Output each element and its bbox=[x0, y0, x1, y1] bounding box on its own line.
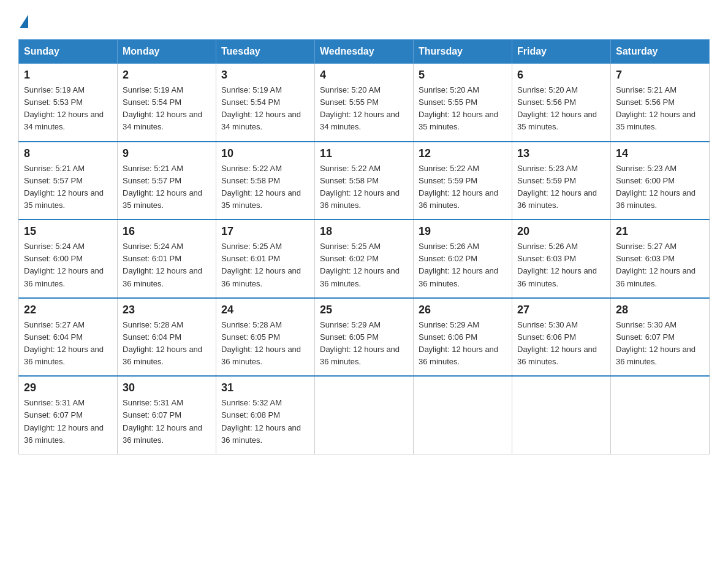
day-number: 18 bbox=[320, 225, 408, 238]
calendar-day-cell: 30 Sunrise: 5:31 AM Sunset: 6:07 PM Dayl… bbox=[118, 376, 216, 454]
day-number: 14 bbox=[616, 147, 704, 160]
day-number: 29 bbox=[24, 381, 112, 394]
day-info: Sunrise: 5:19 AM Sunset: 5:54 PM Dayligh… bbox=[123, 84, 211, 134]
day-number: 30 bbox=[123, 381, 211, 394]
day-number: 21 bbox=[616, 225, 704, 238]
calendar-day-cell: 17 Sunrise: 5:25 AM Sunset: 6:01 PM Dayl… bbox=[216, 220, 315, 298]
day-info: Sunrise: 5:23 AM Sunset: 6:00 PM Dayligh… bbox=[616, 163, 704, 212]
calendar-day-cell: 4 Sunrise: 5:20 AM Sunset: 5:55 PM Dayli… bbox=[315, 64, 414, 142]
calendar-day-cell: 28 Sunrise: 5:30 AM Sunset: 6:07 PM Dayl… bbox=[611, 298, 710, 377]
page-header bbox=[18, 12, 710, 28]
day-number: 13 bbox=[517, 147, 605, 160]
day-info: Sunrise: 5:30 AM Sunset: 6:06 PM Dayligh… bbox=[517, 319, 605, 369]
day-info: Sunrise: 5:27 AM Sunset: 6:03 PM Dayligh… bbox=[616, 240, 704, 290]
day-number: 27 bbox=[517, 304, 605, 316]
calendar-day-cell: 25 Sunrise: 5:29 AM Sunset: 6:05 PM Dayl… bbox=[315, 298, 414, 377]
day-info: Sunrise: 5:21 AM Sunset: 5:57 PM Dayligh… bbox=[123, 163, 211, 212]
column-header-saturday: Saturday bbox=[611, 40, 710, 64]
day-number: 8 bbox=[24, 147, 112, 160]
day-info: Sunrise: 5:27 AM Sunset: 6:04 PM Dayligh… bbox=[24, 319, 112, 369]
calendar-day-cell: 27 Sunrise: 5:30 AM Sunset: 6:06 PM Dayl… bbox=[512, 298, 611, 377]
calendar-day-cell bbox=[611, 376, 710, 454]
day-info: Sunrise: 5:24 AM Sunset: 6:01 PM Dayligh… bbox=[123, 240, 211, 290]
day-number: 9 bbox=[123, 147, 211, 160]
calendar-day-cell: 7 Sunrise: 5:21 AM Sunset: 5:56 PM Dayli… bbox=[611, 64, 710, 142]
day-info: Sunrise: 5:21 AM Sunset: 5:56 PM Dayligh… bbox=[616, 84, 704, 134]
calendar-day-cell bbox=[414, 376, 512, 454]
day-number: 16 bbox=[123, 225, 211, 238]
day-number: 23 bbox=[123, 304, 211, 316]
calendar-day-cell: 14 Sunrise: 5:23 AM Sunset: 6:00 PM Dayl… bbox=[611, 142, 710, 220]
calendar-table: SundayMondayTuesdayWednesdayThursdayFrid… bbox=[18, 39, 710, 454]
calendar-day-cell: 5 Sunrise: 5:20 AM Sunset: 5:55 PM Dayli… bbox=[414, 64, 512, 142]
day-info: Sunrise: 5:31 AM Sunset: 6:07 PM Dayligh… bbox=[24, 397, 112, 446]
day-number: 24 bbox=[221, 304, 309, 316]
calendar-day-cell: 19 Sunrise: 5:26 AM Sunset: 6:02 PM Dayl… bbox=[414, 220, 512, 298]
calendar-day-cell: 31 Sunrise: 5:32 AM Sunset: 6:08 PM Dayl… bbox=[216, 376, 315, 454]
day-number: 12 bbox=[419, 147, 507, 160]
day-number: 22 bbox=[24, 304, 112, 316]
calendar-day-cell: 26 Sunrise: 5:29 AM Sunset: 6:06 PM Dayl… bbox=[414, 298, 512, 377]
column-header-wednesday: Wednesday bbox=[315, 40, 414, 64]
calendar-day-cell: 21 Sunrise: 5:27 AM Sunset: 6:03 PM Dayl… bbox=[611, 220, 710, 298]
calendar-week-row: 22 Sunrise: 5:27 AM Sunset: 6:04 PM Dayl… bbox=[19, 298, 710, 377]
calendar-header-row: SundayMondayTuesdayWednesdayThursdayFrid… bbox=[19, 40, 710, 64]
calendar-day-cell bbox=[315, 376, 414, 454]
day-number: 20 bbox=[517, 225, 605, 238]
calendar-day-cell: 6 Sunrise: 5:20 AM Sunset: 5:56 PM Dayli… bbox=[512, 64, 611, 142]
day-number: 3 bbox=[221, 69, 309, 82]
calendar-day-cell: 2 Sunrise: 5:19 AM Sunset: 5:54 PM Dayli… bbox=[118, 64, 216, 142]
day-number: 4 bbox=[320, 69, 408, 82]
day-info: Sunrise: 5:31 AM Sunset: 6:07 PM Dayligh… bbox=[123, 397, 211, 446]
calendar-day-cell: 29 Sunrise: 5:31 AM Sunset: 6:07 PM Dayl… bbox=[19, 376, 118, 454]
calendar-week-row: 29 Sunrise: 5:31 AM Sunset: 6:07 PM Dayl… bbox=[19, 376, 710, 454]
day-info: Sunrise: 5:26 AM Sunset: 6:03 PM Dayligh… bbox=[517, 240, 605, 290]
day-number: 28 bbox=[616, 304, 704, 316]
calendar-day-cell: 16 Sunrise: 5:24 AM Sunset: 6:01 PM Dayl… bbox=[118, 220, 216, 298]
logo-triangle-icon bbox=[20, 15, 28, 28]
calendar-day-cell: 20 Sunrise: 5:26 AM Sunset: 6:03 PM Dayl… bbox=[512, 220, 611, 298]
day-number: 19 bbox=[419, 225, 507, 238]
day-number: 15 bbox=[24, 225, 112, 238]
day-info: Sunrise: 5:23 AM Sunset: 5:59 PM Dayligh… bbox=[517, 163, 605, 212]
calendar-day-cell: 11 Sunrise: 5:22 AM Sunset: 5:58 PM Dayl… bbox=[315, 142, 414, 220]
calendar-day-cell: 13 Sunrise: 5:23 AM Sunset: 5:59 PM Dayl… bbox=[512, 142, 611, 220]
day-number: 31 bbox=[221, 381, 309, 394]
day-info: Sunrise: 5:22 AM Sunset: 5:59 PM Dayligh… bbox=[419, 163, 507, 212]
day-number: 1 bbox=[24, 69, 112, 82]
calendar-day-cell bbox=[512, 376, 611, 454]
calendar-day-cell: 3 Sunrise: 5:19 AM Sunset: 5:54 PM Dayli… bbox=[216, 64, 315, 142]
calendar-day-cell: 10 Sunrise: 5:22 AM Sunset: 5:58 PM Dayl… bbox=[216, 142, 315, 220]
day-number: 17 bbox=[221, 225, 309, 238]
calendar-day-cell: 12 Sunrise: 5:22 AM Sunset: 5:59 PM Dayl… bbox=[414, 142, 512, 220]
day-info: Sunrise: 5:22 AM Sunset: 5:58 PM Dayligh… bbox=[320, 163, 408, 212]
day-number: 10 bbox=[221, 147, 309, 160]
day-info: Sunrise: 5:28 AM Sunset: 6:05 PM Dayligh… bbox=[221, 319, 309, 369]
calendar-week-row: 1 Sunrise: 5:19 AM Sunset: 5:53 PM Dayli… bbox=[19, 64, 710, 142]
calendar-day-cell: 1 Sunrise: 5:19 AM Sunset: 5:53 PM Dayli… bbox=[19, 64, 118, 142]
day-info: Sunrise: 5:20 AM Sunset: 5:56 PM Dayligh… bbox=[517, 84, 605, 134]
day-info: Sunrise: 5:30 AM Sunset: 6:07 PM Dayligh… bbox=[616, 319, 704, 369]
day-info: Sunrise: 5:19 AM Sunset: 5:54 PM Dayligh… bbox=[221, 84, 309, 134]
day-number: 2 bbox=[123, 69, 211, 82]
day-info: Sunrise: 5:28 AM Sunset: 6:04 PM Dayligh… bbox=[123, 319, 211, 369]
calendar-week-row: 8 Sunrise: 5:21 AM Sunset: 5:57 PM Dayli… bbox=[19, 142, 710, 220]
calendar-day-cell: 8 Sunrise: 5:21 AM Sunset: 5:57 PM Dayli… bbox=[19, 142, 118, 220]
day-number: 7 bbox=[616, 69, 704, 82]
day-number: 6 bbox=[517, 69, 605, 82]
day-number: 11 bbox=[320, 147, 408, 160]
day-info: Sunrise: 5:21 AM Sunset: 5:57 PM Dayligh… bbox=[24, 163, 112, 212]
calendar-day-cell: 22 Sunrise: 5:27 AM Sunset: 6:04 PM Dayl… bbox=[19, 298, 118, 377]
day-info: Sunrise: 5:29 AM Sunset: 6:06 PM Dayligh… bbox=[419, 319, 507, 369]
calendar-day-cell: 23 Sunrise: 5:28 AM Sunset: 6:04 PM Dayl… bbox=[118, 298, 216, 377]
calendar-day-cell: 15 Sunrise: 5:24 AM Sunset: 6:00 PM Dayl… bbox=[19, 220, 118, 298]
day-info: Sunrise: 5:24 AM Sunset: 6:00 PM Dayligh… bbox=[24, 240, 112, 290]
calendar-day-cell: 9 Sunrise: 5:21 AM Sunset: 5:57 PM Dayli… bbox=[118, 142, 216, 220]
day-number: 5 bbox=[419, 69, 507, 82]
day-info: Sunrise: 5:29 AM Sunset: 6:05 PM Dayligh… bbox=[320, 319, 408, 369]
calendar-day-cell: 24 Sunrise: 5:28 AM Sunset: 6:05 PM Dayl… bbox=[216, 298, 315, 377]
day-info: Sunrise: 5:22 AM Sunset: 5:58 PM Dayligh… bbox=[221, 163, 309, 212]
day-info: Sunrise: 5:20 AM Sunset: 5:55 PM Dayligh… bbox=[419, 84, 507, 134]
day-info: Sunrise: 5:20 AM Sunset: 5:55 PM Dayligh… bbox=[320, 84, 408, 134]
logo bbox=[18, 12, 28, 28]
